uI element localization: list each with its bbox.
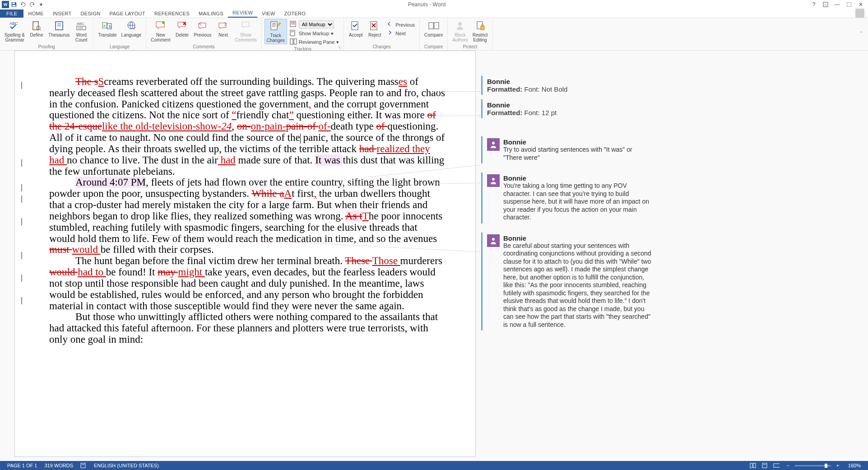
svg-text:a: a — [103, 23, 106, 28]
accept-button[interactable]: Accept — [347, 19, 365, 38]
connector-line — [433, 116, 480, 116]
svg-rect-35 — [294, 39, 297, 44]
group-changes: Accept Reject Previous Next Changes — [344, 18, 420, 50]
svg-rect-50 — [750, 463, 752, 468]
minimize-icon[interactable]: — — [832, 0, 843, 9]
svg-point-45 — [492, 142, 495, 144]
svg-text:ABC: ABC — [77, 22, 84, 26]
define-button[interactable]: Define — [28, 19, 46, 38]
tab-page-layout[interactable]: PAGE LAYOUT — [105, 9, 150, 18]
svg-rect-52 — [762, 463, 767, 468]
person-icon — [487, 234, 500, 247]
zoom-level[interactable]: 160% — [845, 463, 864, 468]
svg-point-46 — [492, 178, 495, 181]
display-for-review-select[interactable]: All Markup — [288, 20, 341, 29]
svg-rect-5 — [33, 22, 38, 30]
tab-references[interactable]: REFERENCES — [150, 9, 194, 18]
svg-rect-2 — [823, 2, 828, 7]
ribbon-display-icon[interactable] — [820, 0, 831, 9]
svg-rect-0 — [13, 3, 15, 5]
user-avatar[interactable] — [855, 9, 864, 18]
word-app-icon: W — [2, 1, 9, 8]
prev-change-button[interactable]: Previous — [385, 21, 417, 29]
person-icon — [487, 174, 500, 187]
comment-balloon[interactable]: Bonnie You're taking a long time getting… — [481, 172, 654, 223]
next-comment-button[interactable]: Next — [214, 19, 232, 38]
undo-icon[interactable] — [19, 0, 27, 9]
svg-rect-44 — [481, 26, 484, 30]
word-count-button[interactable]: ABC123 WordCount — [72, 19, 90, 43]
document-body[interactable]: The sScreams reverberated off the surrou… — [15, 51, 475, 345]
zoom-out-icon[interactable]: − — [783, 461, 793, 470]
tab-review[interactable]: REVIEW — [228, 9, 257, 18]
group-language: aあ Translate ✓ Language Language — [93, 18, 146, 50]
page[interactable]: The sScreams reverberated off the surrou… — [14, 51, 476, 457]
svg-text:123: 123 — [78, 27, 83, 29]
translate-button[interactable]: aあ Translate — [96, 19, 118, 38]
compare-button[interactable]: Compare — [422, 19, 445, 38]
tab-zotero[interactable]: ZOTERO — [280, 9, 311, 18]
qat-customize-icon[interactable]: ▾ — [37, 0, 45, 9]
show-comments-button: ShowComments — [233, 19, 258, 43]
group-tracking: TrackChanges All Markup Show Markup ▾ Re… — [262, 18, 344, 50]
status-page[interactable]: PAGE 1 OF 1 — [4, 463, 41, 468]
prev-comment-button[interactable]: Previous — [192, 19, 213, 38]
tab-mailings[interactable]: MAILINGS — [194, 9, 228, 18]
track-changes-button[interactable]: TrackChanges — [265, 19, 287, 44]
tracking-launcher-icon[interactable]: ⤡ — [338, 45, 343, 50]
delete-comment-button[interactable]: Delete — [173, 19, 191, 38]
print-layout-icon[interactable] — [760, 461, 770, 470]
comment-balloon[interactable]: Bonnie Try to avoid starting sentences w… — [481, 136, 654, 163]
person-icon — [487, 138, 500, 151]
group-protect: BlockAuthors RestrictEditing Protect — [448, 18, 492, 50]
block-authors-button: BlockAuthors — [450, 19, 469, 43]
next-change-button[interactable]: Next — [385, 29, 417, 37]
all-markup-dropdown[interactable]: All Markup — [299, 20, 334, 28]
comment-balloon[interactable]: Bonnie Be careful about starting your se… — [481, 233, 654, 331]
svg-line-7 — [40, 29, 41, 31]
help-icon[interactable]: ? — [808, 0, 819, 9]
fmt-change[interactable]: Bonnie Formatted: Font: 12 pt — [481, 99, 654, 118]
title-bar: W ▾ Peanuts - Word ? — ✕ — [0, 0, 868, 9]
tab-view[interactable]: VIEW — [257, 9, 279, 18]
read-mode-icon[interactable] — [748, 461, 758, 470]
maximize-icon[interactable] — [844, 0, 854, 9]
close-icon[interactable]: ✕ — [855, 0, 866, 9]
group-proofing: ABC Spelling &Grammar Define Thesaurus A… — [0, 18, 93, 50]
web-layout-icon[interactable] — [771, 461, 781, 470]
spelling-grammar-button[interactable]: ABC Spelling &Grammar — [3, 19, 27, 43]
status-language[interactable]: ENGLISH (UNITED STATES) — [90, 463, 162, 468]
svg-point-47 — [492, 238, 495, 241]
window-title: Peanuts - Word — [45, 1, 808, 8]
fmt-change[interactable]: Bonnie Formatted: Font: Not Bold — [481, 76, 654, 95]
new-comment-button[interactable]: NewComment — [149, 19, 172, 43]
svg-rect-51 — [753, 463, 756, 468]
zoom-in-icon[interactable]: + — [833, 461, 843, 470]
svg-rect-40 — [429, 23, 433, 29]
collapse-ribbon-icon[interactable]: ˆ — [854, 18, 868, 50]
ribbon-tabs: FILE HOME INSERT DESIGN PAGE LAYOUT REFE… — [0, 9, 868, 18]
status-proof-icon[interactable] — [77, 463, 90, 468]
zoom-slider[interactable] — [795, 465, 831, 466]
document-area: The sScreams reverberated off the surrou… — [0, 51, 868, 461]
tab-home[interactable]: HOME — [23, 9, 48, 18]
reviewing-pane-button[interactable]: Reviewing Pane ▾ — [288, 38, 341, 46]
review-pane: Bonnie Formatted: Font: Not Bold Bonnie … — [478, 51, 657, 457]
show-markup-button[interactable]: Show Markup ▾ — [288, 29, 341, 37]
tab-file[interactable]: FILE — [0, 9, 23, 18]
svg-text:ABC: ABC — [9, 21, 18, 26]
reject-button[interactable]: Reject — [366, 19, 384, 38]
svg-point-42 — [458, 22, 462, 26]
redo-icon[interactable] — [28, 0, 36, 9]
tab-design[interactable]: DESIGN — [76, 9, 105, 18]
language-button[interactable]: ✓ Language — [120, 19, 144, 38]
thesaurus-button[interactable]: Thesaurus — [46, 19, 71, 38]
status-words[interactable]: 319 WORDS — [41, 463, 77, 468]
tab-insert[interactable]: INSERT — [48, 9, 76, 18]
save-icon[interactable] — [10, 0, 18, 9]
svg-text:あ: あ — [108, 24, 112, 28]
svg-rect-54 — [774, 464, 780, 467]
svg-rect-25 — [271, 22, 277, 30]
status-bar: PAGE 1 OF 1 319 WORDS ENGLISH (UNITED ST… — [0, 461, 868, 470]
restrict-editing-button[interactable]: RestrictEditing — [471, 19, 490, 43]
